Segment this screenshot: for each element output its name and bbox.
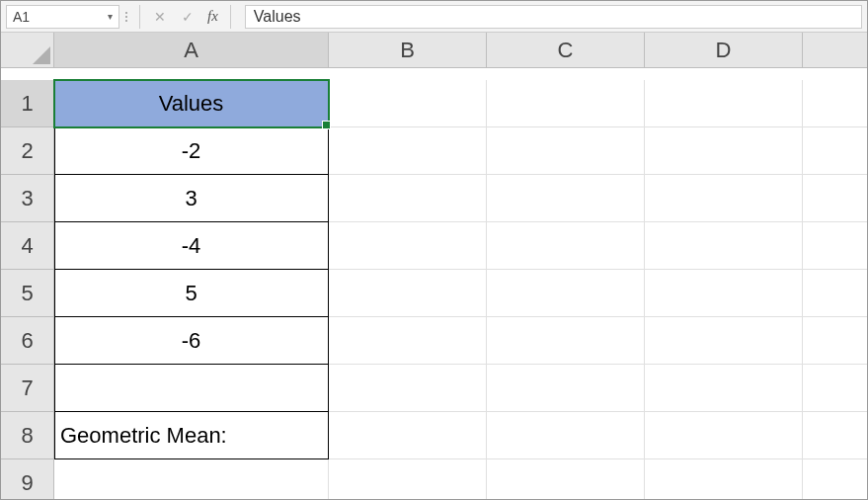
cell-C6[interactable] — [487, 317, 645, 365]
cell-C4[interactable] — [487, 222, 645, 270]
cell-A4[interactable]: -4 — [54, 222, 329, 270]
cell-C7[interactable] — [487, 365, 645, 412]
cell-E1[interactable] — [803, 80, 868, 127]
name-box-dropdown-icon[interactable]: ▾ — [108, 11, 113, 22]
spreadsheet-grid[interactable]: A B C D 1 Values 2 -2 3 3 4 -4 5 5 6 -6 … — [1, 33, 867, 500]
cell-A1[interactable]: Values — [54, 80, 329, 127]
formula-input-value: Values — [254, 8, 301, 26]
cell-B1[interactable] — [329, 80, 487, 127]
separator — [139, 5, 140, 29]
cell-D8[interactable] — [645, 412, 803, 459]
fx-icon[interactable]: fx — [207, 8, 218, 25]
column-header-E[interactable] — [803, 33, 868, 68]
cell-D7[interactable] — [645, 365, 803, 412]
cell-C3[interactable] — [487, 175, 645, 222]
cell-B4[interactable] — [329, 222, 487, 270]
name-box-value: A1 — [13, 9, 30, 25]
cell-C5[interactable] — [487, 270, 645, 317]
column-header-D[interactable]: D — [645, 33, 803, 68]
cell-C2[interactable] — [487, 127, 645, 175]
row-header-1[interactable]: 1 — [1, 80, 54, 127]
cell-D3[interactable] — [645, 175, 803, 222]
cell-B9[interactable] — [329, 459, 487, 500]
cell-D9[interactable] — [645, 459, 803, 500]
row-header-9[interactable]: 9 — [1, 459, 54, 500]
cell-E7[interactable] — [803, 365, 868, 412]
cell-D2[interactable] — [645, 127, 803, 175]
cell-A5[interactable]: 5 — [54, 270, 329, 317]
row-header-5[interactable]: 5 — [1, 270, 54, 317]
row-header-7[interactable]: 7 — [1, 365, 54, 412]
cancel-icon: ✕ — [148, 5, 172, 29]
drag-handle-icon[interactable] — [125, 12, 127, 22]
cell-C8[interactable] — [487, 412, 645, 459]
row-header-6[interactable]: 6 — [1, 317, 54, 365]
cell-E6[interactable] — [803, 317, 868, 365]
cell-B6[interactable] — [329, 317, 487, 365]
row-header-4[interactable]: 4 — [1, 222, 54, 270]
cell-E5[interactable] — [803, 270, 868, 317]
name-box[interactable]: A1 ▾ — [6, 5, 119, 29]
cell-D1[interactable] — [645, 80, 803, 127]
cell-B7[interactable] — [329, 365, 487, 412]
cell-D4[interactable] — [645, 222, 803, 270]
cell-E9[interactable] — [803, 459, 868, 500]
cell-B8[interactable] — [329, 412, 487, 459]
cell-A6[interactable]: -6 — [54, 317, 329, 365]
cell-A3[interactable]: 3 — [54, 175, 329, 222]
cell-E3[interactable] — [803, 175, 868, 222]
cell-E4[interactable] — [803, 222, 868, 270]
cell-A2[interactable]: -2 — [54, 127, 329, 175]
cell-A9[interactable] — [54, 459, 329, 500]
cell-B3[interactable] — [329, 175, 487, 222]
cell-C1[interactable] — [487, 80, 645, 127]
cell-D6[interactable] — [645, 317, 803, 365]
cell-E2[interactable] — [803, 127, 868, 175]
confirm-icon: ✓ — [176, 5, 199, 29]
separator — [230, 5, 231, 29]
column-header-B[interactable]: B — [329, 33, 487, 68]
cell-B5[interactable] — [329, 270, 487, 317]
column-header-C[interactable]: C — [487, 33, 645, 68]
cell-E8[interactable] — [803, 412, 868, 459]
formula-bar: A1 ▾ ✕ ✓ fx Values — [1, 1, 867, 33]
column-header-A[interactable]: A — [54, 33, 329, 68]
select-all-corner[interactable] — [1, 33, 54, 68]
formula-input[interactable]: Values — [245, 5, 862, 29]
cell-B2[interactable] — [329, 127, 487, 175]
cell-A8[interactable]: Geometric Mean: — [54, 412, 329, 459]
row-header-3[interactable]: 3 — [1, 175, 54, 222]
row-header-2[interactable]: 2 — [1, 127, 54, 175]
cell-C9[interactable] — [487, 459, 645, 500]
cell-A7[interactable] — [54, 365, 329, 412]
cell-D5[interactable] — [645, 270, 803, 317]
row-header-8[interactable]: 8 — [1, 412, 54, 459]
